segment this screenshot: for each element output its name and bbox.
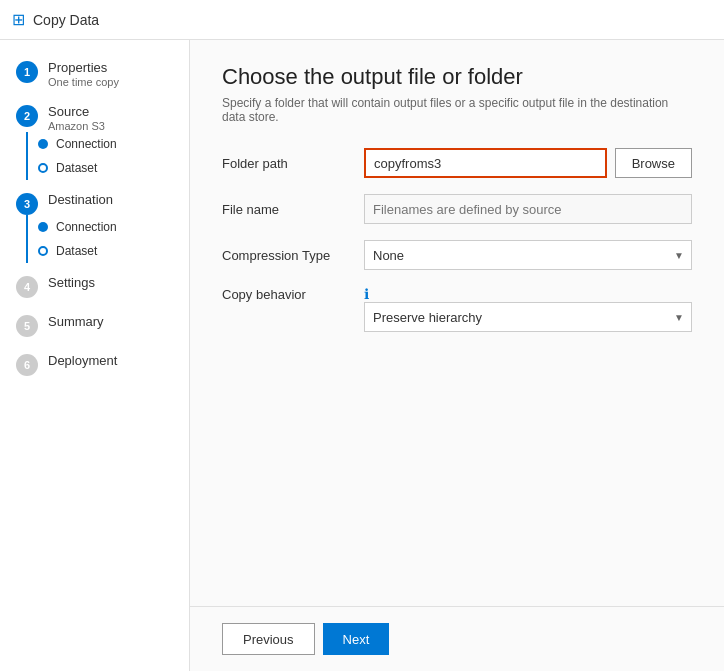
folder-path-label: Folder path: [222, 156, 352, 171]
page-title: Choose the output file or folder: [222, 64, 692, 90]
step-name-summary: Summary: [48, 314, 104, 329]
destination-connection-dot: [38, 222, 48, 232]
copy-behavior-row: Copy behavior ℹ: [222, 286, 692, 302]
destination-dataset-dot: [38, 246, 48, 256]
content-area: Choose the output file or folder Specify…: [190, 40, 724, 606]
sidebar-item-properties[interactable]: 1 Properties One time copy: [0, 52, 189, 96]
copy-behavior-control: ℹ: [364, 286, 692, 302]
source-children: Connection Dataset: [0, 132, 189, 180]
sidebar-item-summary[interactable]: 5 Summary: [0, 306, 189, 345]
source-connection-label: Connection: [56, 137, 117, 151]
step-name-settings: Settings: [48, 275, 95, 290]
next-button[interactable]: Next: [323, 623, 390, 655]
copy-data-icon: ⊞: [12, 10, 25, 29]
step-circle-5: 5: [16, 315, 38, 337]
browse-button[interactable]: Browse: [615, 148, 692, 178]
destination-connection[interactable]: Connection: [38, 215, 189, 239]
file-name-input[interactable]: [364, 194, 692, 224]
step-circle-4: 4: [16, 276, 38, 298]
sidebar-item-settings[interactable]: 4 Settings: [0, 267, 189, 306]
page-subtitle: Specify a folder that will contain outpu…: [222, 96, 692, 124]
destination-children: Connection Dataset: [0, 215, 189, 263]
step-sub-properties: One time copy: [48, 76, 119, 88]
sidebar-item-destination[interactable]: 3 Destination: [0, 184, 189, 215]
step-name-source: Source: [48, 104, 105, 119]
copy-behavior-select-control: Preserve hierarchy Flatten hierarchy Mer…: [364, 302, 692, 332]
sidebar: 1 Properties One time copy 2 Source Amaz…: [0, 40, 190, 671]
copy-behavior-select-wrap: Preserve hierarchy Flatten hierarchy Mer…: [364, 302, 692, 332]
step-circle-6: 6: [16, 354, 38, 376]
main-layout: 1 Properties One time copy 2 Source Amaz…: [0, 40, 724, 671]
destination-connection-label: Connection: [56, 220, 117, 234]
file-name-label: File name: [222, 202, 352, 217]
file-name-control: [364, 194, 692, 224]
step-circle-1: 1: [16, 61, 38, 83]
sidebar-item-source[interactable]: 2 Source Amazon S3: [0, 96, 189, 132]
sidebar-item-deployment[interactable]: 6 Deployment: [0, 345, 189, 384]
folder-path-row: Folder path Browse: [222, 148, 692, 178]
step-name-properties: Properties: [48, 60, 119, 75]
compression-type-label: Compression Type: [222, 248, 352, 263]
source-dataset-label: Dataset: [56, 161, 97, 175]
compression-type-row: Compression Type None Deflate GZip BZip2…: [222, 240, 692, 270]
source-dataset-dot: [38, 163, 48, 173]
step-name-deployment: Deployment: [48, 353, 117, 368]
file-name-row: File name: [222, 194, 692, 224]
copy-behavior-select[interactable]: Preserve hierarchy Flatten hierarchy Mer…: [364, 302, 692, 332]
copy-behavior-info-icon[interactable]: ℹ: [364, 286, 369, 302]
compression-type-control: None Deflate GZip BZip2 ZipDeflate ▼: [364, 240, 692, 270]
top-bar: ⊞ Copy Data: [0, 0, 724, 40]
destination-dataset[interactable]: Dataset: [38, 239, 189, 263]
copy-behavior-label: Copy behavior: [222, 287, 352, 302]
compression-type-select-wrap: None Deflate GZip BZip2 ZipDeflate ▼: [364, 240, 692, 270]
step-circle-3: 3: [16, 193, 38, 215]
previous-button[interactable]: Previous: [222, 623, 315, 655]
source-dataset[interactable]: Dataset: [38, 156, 189, 180]
footer: Previous Next: [190, 606, 724, 671]
source-connection[interactable]: Connection: [38, 132, 189, 156]
copy-behavior-select-row: Preserve hierarchy Flatten hierarchy Mer…: [222, 302, 692, 332]
step-name-destination: Destination: [48, 192, 113, 207]
compression-type-select[interactable]: None Deflate GZip BZip2 ZipDeflate: [364, 240, 692, 270]
step-sub-source: Amazon S3: [48, 120, 105, 132]
app-title: Copy Data: [33, 12, 99, 28]
source-connection-dot: [38, 139, 48, 149]
destination-dataset-label: Dataset: [56, 244, 97, 258]
step-circle-2: 2: [16, 105, 38, 127]
folder-path-control: Browse: [364, 148, 692, 178]
folder-path-input[interactable]: [364, 148, 607, 178]
